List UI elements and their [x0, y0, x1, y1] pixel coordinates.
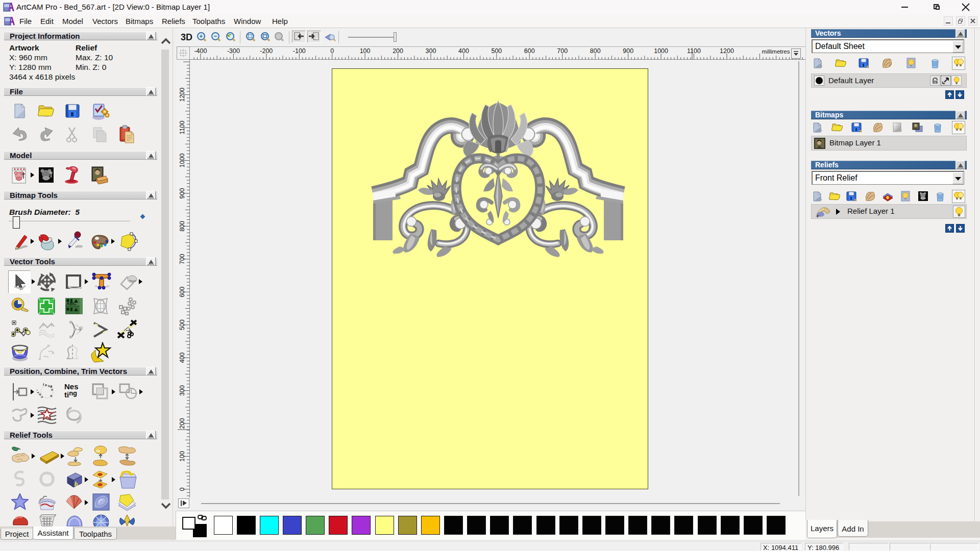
- svg-text:300: 300: [426, 47, 436, 55]
- svg-text:0: 0: [330, 47, 334, 55]
- svg-text:400: 400: [179, 353, 186, 363]
- svg-text:a: a: [50, 394, 53, 398]
- svg-text:600: 600: [524, 47, 535, 55]
- svg-text:400: 400: [458, 47, 469, 55]
- svg-text:800: 800: [590, 47, 601, 55]
- svg-text:900: 900: [623, 47, 633, 55]
- svg-text:800: 800: [179, 221, 186, 232]
- svg-text:100: 100: [179, 451, 186, 462]
- svg-text:-100: -100: [293, 47, 306, 55]
- svg-text:0: 0: [179, 487, 186, 491]
- svg-text:300: 300: [179, 385, 186, 396]
- svg-text:700: 700: [179, 254, 186, 264]
- svg-text:-200: -200: [260, 47, 273, 55]
- svg-text:c u r v e: c u r v e: [37, 386, 44, 399]
- svg-text:-300: -300: [227, 47, 240, 55]
- svg-text:+: +: [816, 212, 820, 219]
- svg-text:1100: 1100: [179, 121, 186, 135]
- svg-text:1100: 1100: [687, 47, 701, 55]
- svg-text:1000: 1000: [179, 154, 186, 168]
- svg-text:100: 100: [360, 47, 371, 55]
- svg-text:1200: 1200: [179, 88, 186, 102]
- svg-text:b: b: [75, 480, 78, 488]
- svg-text:500: 500: [491, 47, 502, 55]
- svg-text:-400: -400: [194, 47, 207, 55]
- svg-text:600: 600: [179, 287, 186, 297]
- svg-text:1200: 1200: [720, 47, 734, 55]
- svg-text:200: 200: [179, 418, 186, 429]
- svg-text:500: 500: [179, 319, 186, 330]
- svg-text:ABC: ABC: [66, 301, 77, 306]
- svg-text:200: 200: [393, 47, 403, 55]
- svg-text:700: 700: [557, 47, 568, 55]
- svg-text:ting: ting: [64, 389, 77, 399]
- svg-text:1000: 1000: [654, 47, 668, 55]
- svg-text:millimetres: millimetres: [762, 48, 790, 55]
- svg-text:900: 900: [179, 188, 186, 199]
